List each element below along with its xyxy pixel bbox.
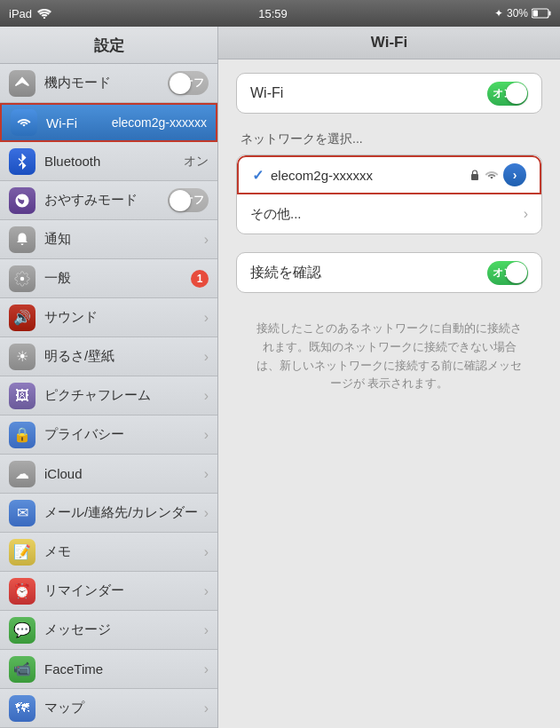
- sidebar-item-general[interactable]: 一般1: [0, 259, 217, 298]
- network-name-elecom: elecom2g-xxxxxx: [271, 168, 469, 183]
- icloud-icon: ☁: [9, 461, 35, 487]
- brightness-icon: ☀: [9, 344, 35, 370]
- info-description: 接続したことのあるネットワークに自動的に接続されます。既知のネットワークに接続で…: [236, 311, 542, 402]
- privacy-label: プライバシー: [44, 426, 204, 443]
- sidebar-item-brightness[interactable]: ☀明るさ/壁紙›: [0, 337, 217, 376]
- sound-chevron: ›: [204, 310, 209, 326]
- info-button[interactable]: ›: [503, 163, 526, 186]
- wifi-toggle[interactable]: オン: [487, 82, 528, 106]
- sidebar-item-bluetooth[interactable]: Bluetoothオン: [0, 142, 217, 181]
- sidebar-item-memo[interactable]: 📝メモ›: [0, 533, 217, 572]
- maps-label: マップ: [44, 700, 204, 716]
- sidebar-item-picture[interactable]: 🖼ピクチャフレーム›: [0, 376, 217, 415]
- wifi-value: elecom2g-xxxxxx: [112, 115, 207, 130]
- bluetooth-label: Bluetooth: [44, 154, 180, 169]
- picture-chevron: ›: [204, 388, 209, 404]
- sidebar-item-donotdisturb[interactable]: おやすみモードオフ: [0, 181, 217, 220]
- status-time: 15:59: [258, 7, 288, 20]
- sidebar-item-maps[interactable]: 🗺マップ›: [0, 689, 217, 728]
- memo-label: メモ: [44, 543, 204, 560]
- wifi-toggle-label: Wi-Fi: [250, 85, 487, 101]
- wifi-toggle-text: オン: [493, 86, 514, 101]
- sidebar-item-reminder[interactable]: ⏰リマインダー›: [0, 572, 217, 611]
- notifications-chevron: ›: [204, 232, 209, 248]
- reminder-label: リマインダー: [44, 582, 204, 599]
- wifi-toggle-row: Wi-Fi オン: [237, 74, 541, 113]
- reminder-icon: ⏰: [9, 578, 35, 605]
- svg-point-4: [20, 276, 25, 281]
- general-badge: 1: [191, 270, 209, 288]
- airplane-label: 機内モード: [44, 75, 168, 91]
- network-item-other[interactable]: その他... ›: [237, 194, 541, 233]
- maps-chevron: ›: [204, 700, 209, 716]
- donotdisturb-label: おやすみモード: [44, 192, 168, 209]
- network-icons: ›: [469, 163, 526, 186]
- bluetooth-status-icon: ✦: [494, 7, 503, 20]
- confirm-toggle-row: 接続を確認 オン: [237, 253, 541, 292]
- wifi-icon: [11, 109, 37, 136]
- sidebar-item-mail[interactable]: ✉メール/連絡先/カレンダー›: [0, 494, 217, 533]
- status-bar: iPad 15:59 ✦ 30%: [0, 0, 560, 27]
- sound-label: サウンド: [44, 309, 204, 326]
- notifications-label: 通知: [44, 231, 204, 248]
- sidebar-item-notifications[interactable]: 通知›: [0, 220, 217, 259]
- picture-label: ピクチャフレーム: [44, 387, 204, 404]
- sidebar-item-facetime[interactable]: 📹FaceTime›: [0, 650, 217, 689]
- confirm-toggle-text: オン: [493, 265, 514, 281]
- donotdisturb-toggle[interactable]: オフ: [168, 188, 209, 212]
- network-name-other: その他...: [250, 206, 524, 223]
- network-list: ✓ elecom2g-xxxxxx ›: [236, 154, 542, 234]
- network-check-icon: ✓: [252, 167, 264, 184]
- main-container: 設定 機内モードオフWi-Fielecom2g-xxxxxxBluetoothオ…: [0, 27, 560, 728]
- confirm-section: 接続を確認 オン: [236, 252, 542, 293]
- svg-rect-3: [532, 11, 538, 17]
- mail-chevron: ›: [204, 505, 209, 521]
- sidebar-item-wifi[interactable]: Wi-Fielecom2g-xxxxxx: [0, 103, 217, 142]
- maps-icon: 🗺: [9, 695, 35, 722]
- sidebar-title: 設定: [0, 27, 217, 64]
- airplane-toggle[interactable]: オフ: [168, 71, 209, 95]
- sidebar-item-icloud[interactable]: ☁iCloud›: [0, 455, 217, 494]
- device-label: iPad: [9, 7, 32, 20]
- content-title: Wi-Fi: [218, 27, 560, 59]
- battery-percent: 30%: [507, 7, 528, 20]
- mail-label: メール/連絡先/カレンダー: [44, 504, 204, 521]
- status-left: iPad: [9, 7, 51, 20]
- wifi-signal-icon: [485, 170, 499, 180]
- content-panel: Wi-Fi Wi-Fi オン ネットワークを選択... ✓ elecom2g-: [218, 27, 560, 728]
- sidebar-item-sound[interactable]: 🔊サウンド›: [0, 298, 217, 337]
- sidebar-item-airplane[interactable]: 機内モードオフ: [0, 64, 217, 103]
- confirm-toggle[interactable]: オン: [487, 261, 528, 285]
- mail-icon: ✉: [9, 500, 35, 526]
- privacy-icon: 🔒: [9, 422, 35, 448]
- sound-icon: 🔊: [9, 305, 35, 331]
- sidebar: 設定 機内モードオフWi-Fielecom2g-xxxxxxBluetoothオ…: [0, 27, 218, 728]
- brightness-label: 明るさ/壁紙: [44, 348, 204, 365]
- sidebar-items-container: 機内モードオフWi-Fielecom2g-xxxxxxBluetoothオンおや…: [0, 64, 217, 728]
- memo-chevron: ›: [204, 544, 209, 560]
- content-body: Wi-Fi オン ネットワークを選択... ✓ elecom2g-xxxxxx: [218, 59, 560, 415]
- facetime-label: FaceTime: [44, 661, 204, 677]
- general-icon: [9, 265, 35, 292]
- sidebar-item-message[interactable]: 💬メッセージ›: [0, 611, 217, 650]
- picture-icon: 🖼: [9, 383, 35, 409]
- reminder-chevron: ›: [204, 583, 209, 599]
- sidebar-item-privacy[interactable]: 🔒プライバシー›: [0, 415, 217, 455]
- donotdisturb-icon: [9, 187, 35, 214]
- network-item-elecom[interactable]: ✓ elecom2g-xxxxxx ›: [237, 155, 541, 194]
- general-label: 一般: [44, 270, 191, 287]
- brightness-chevron: ›: [204, 349, 209, 365]
- confirm-label: 接続を確認: [250, 264, 487, 282]
- message-label: メッセージ: [44, 621, 204, 638]
- other-network-chevron: ›: [524, 206, 528, 222]
- memo-icon: 📝: [9, 539, 35, 566]
- facetime-chevron: ›: [204, 661, 209, 677]
- facetime-icon: 📹: [9, 656, 35, 683]
- svg-rect-2: [548, 12, 550, 16]
- wifi-status-icon: [37, 8, 51, 19]
- icloud-chevron: ›: [204, 466, 209, 482]
- airplane-icon: [9, 70, 35, 97]
- message-chevron: ›: [204, 622, 209, 638]
- wifi-label: Wi-Fi: [46, 115, 108, 131]
- privacy-chevron: ›: [204, 427, 209, 443]
